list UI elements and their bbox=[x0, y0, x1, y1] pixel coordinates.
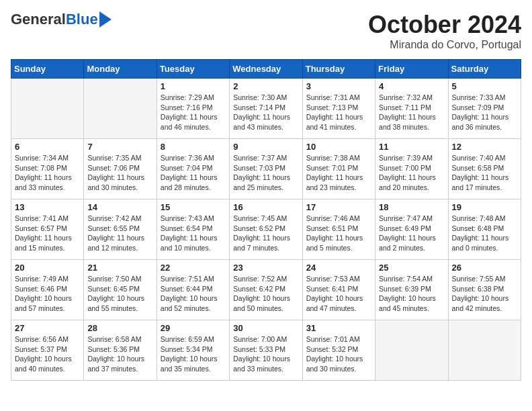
day-number: 13 bbox=[15, 202, 80, 212]
calendar-day-cell: 16Sunrise: 7:45 AM Sunset: 6:52 PM Dayli… bbox=[230, 199, 302, 260]
day-number: 12 bbox=[452, 142, 517, 152]
day-number: 16 bbox=[233, 202, 298, 212]
day-number: 24 bbox=[306, 263, 371, 273]
calendar-day-cell: 21Sunrise: 7:50 AM Sunset: 6:45 PM Dayli… bbox=[84, 260, 157, 320]
calendar-day-cell: 20Sunrise: 7:49 AM Sunset: 6:46 PM Dayli… bbox=[11, 260, 84, 320]
day-number: 10 bbox=[306, 142, 371, 152]
calendar-day-cell bbox=[11, 79, 84, 139]
day-info: Sunrise: 6:58 AM Sunset: 5:36 PM Dayligh… bbox=[87, 334, 152, 374]
day-number: 28 bbox=[87, 323, 152, 333]
day-number: 9 bbox=[233, 142, 298, 152]
calendar-day-cell: 19Sunrise: 7:48 AM Sunset: 6:48 PM Dayli… bbox=[448, 199, 521, 260]
calendar-day-cell: 22Sunrise: 7:51 AM Sunset: 6:44 PM Dayli… bbox=[157, 260, 229, 320]
calendar-table: SundayMondayTuesdayWednesdayThursdayFrid… bbox=[11, 59, 521, 381]
day-info: Sunrise: 7:40 AM Sunset: 6:58 PM Dayligh… bbox=[452, 153, 517, 193]
day-info: Sunrise: 6:59 AM Sunset: 5:34 PM Dayligh… bbox=[161, 334, 226, 374]
calendar-week-row: 27Sunrise: 6:56 AM Sunset: 5:37 PM Dayli… bbox=[11, 320, 521, 381]
calendar-day-cell bbox=[448, 320, 521, 381]
day-info: Sunrise: 7:43 AM Sunset: 6:54 PM Dayligh… bbox=[161, 214, 226, 253]
day-info: Sunrise: 7:39 AM Sunset: 7:00 PM Dayligh… bbox=[379, 153, 444, 193]
day-info: Sunrise: 7:45 AM Sunset: 6:52 PM Dayligh… bbox=[233, 214, 298, 253]
day-info: Sunrise: 6:56 AM Sunset: 5:37 PM Dayligh… bbox=[15, 334, 80, 374]
day-number: 27 bbox=[15, 323, 80, 333]
calendar-day-header: Tuesday bbox=[157, 60, 229, 79]
calendar-day-cell: 26Sunrise: 7:55 AM Sunset: 6:38 PM Dayli… bbox=[448, 260, 521, 320]
calendar-day-cell: 29Sunrise: 6:59 AM Sunset: 5:34 PM Dayli… bbox=[157, 320, 229, 381]
day-info: Sunrise: 7:52 AM Sunset: 6:42 PM Dayligh… bbox=[233, 274, 298, 314]
day-info: Sunrise: 7:50 AM Sunset: 6:45 PM Dayligh… bbox=[87, 274, 152, 314]
day-info: Sunrise: 7:30 AM Sunset: 7:14 PM Dayligh… bbox=[233, 93, 298, 132]
calendar-day-cell: 12Sunrise: 7:40 AM Sunset: 6:58 PM Dayli… bbox=[448, 139, 521, 199]
day-info: Sunrise: 7:38 AM Sunset: 7:01 PM Dayligh… bbox=[306, 153, 371, 193]
day-number: 14 bbox=[87, 202, 152, 212]
calendar-week-row: 13Sunrise: 7:41 AM Sunset: 6:57 PM Dayli… bbox=[11, 199, 521, 260]
calendar-day-cell bbox=[84, 79, 157, 139]
day-info: Sunrise: 7:36 AM Sunset: 7:04 PM Dayligh… bbox=[161, 153, 226, 193]
day-number: 31 bbox=[306, 323, 371, 333]
calendar-week-row: 20Sunrise: 7:49 AM Sunset: 6:46 PM Dayli… bbox=[11, 260, 521, 320]
calendar-day-cell: 10Sunrise: 7:38 AM Sunset: 7:01 PM Dayli… bbox=[302, 139, 375, 199]
calendar-day-cell: 28Sunrise: 6:58 AM Sunset: 5:36 PM Dayli… bbox=[84, 320, 157, 381]
calendar-week-row: 1Sunrise: 7:29 AM Sunset: 7:16 PM Daylig… bbox=[11, 79, 521, 139]
calendar-day-cell: 8Sunrise: 7:36 AM Sunset: 7:04 PM Daylig… bbox=[157, 139, 229, 199]
calendar-day-header: Wednesday bbox=[230, 60, 302, 79]
day-number: 21 bbox=[87, 263, 152, 273]
calendar-day-cell: 17Sunrise: 7:46 AM Sunset: 6:51 PM Dayli… bbox=[302, 199, 375, 260]
day-number: 6 bbox=[15, 142, 80, 152]
logo: General Blue bbox=[11, 11, 112, 28]
calendar-day-header: Friday bbox=[375, 60, 448, 79]
day-info: Sunrise: 7:29 AM Sunset: 7:16 PM Dayligh… bbox=[161, 93, 226, 132]
calendar-day-cell: 4Sunrise: 7:32 AM Sunset: 7:11 PM Daylig… bbox=[375, 79, 448, 139]
day-info: Sunrise: 7:35 AM Sunset: 7:06 PM Dayligh… bbox=[87, 153, 152, 193]
day-info: Sunrise: 7:34 AM Sunset: 7:08 PM Dayligh… bbox=[15, 153, 80, 193]
day-number: 5 bbox=[452, 81, 517, 91]
calendar-day-cell: 25Sunrise: 7:54 AM Sunset: 6:39 PM Dayli… bbox=[375, 260, 448, 320]
day-info: Sunrise: 7:00 AM Sunset: 5:33 PM Dayligh… bbox=[233, 334, 298, 374]
calendar-day-cell: 7Sunrise: 7:35 AM Sunset: 7:06 PM Daylig… bbox=[84, 139, 157, 199]
day-info: Sunrise: 7:32 AM Sunset: 7:11 PM Dayligh… bbox=[379, 93, 444, 132]
day-number: 23 bbox=[233, 263, 298, 273]
calendar-day-cell: 13Sunrise: 7:41 AM Sunset: 6:57 PM Dayli… bbox=[11, 199, 84, 260]
calendar-day-cell: 31Sunrise: 7:01 AM Sunset: 5:32 PM Dayli… bbox=[302, 320, 375, 381]
day-info: Sunrise: 7:46 AM Sunset: 6:51 PM Dayligh… bbox=[306, 214, 371, 253]
day-number: 30 bbox=[233, 323, 298, 333]
day-number: 11 bbox=[379, 142, 444, 152]
location-text: Miranda do Corvo, Portugal bbox=[368, 39, 521, 51]
calendar-day-cell: 24Sunrise: 7:53 AM Sunset: 6:41 PM Dayli… bbox=[302, 260, 375, 320]
day-number: 22 bbox=[161, 263, 226, 273]
logo-general-text: General bbox=[11, 11, 66, 28]
calendar-day-cell: 14Sunrise: 7:42 AM Sunset: 6:55 PM Dayli… bbox=[84, 199, 157, 260]
day-info: Sunrise: 7:41 AM Sunset: 6:57 PM Dayligh… bbox=[15, 214, 80, 253]
day-info: Sunrise: 7:31 AM Sunset: 7:13 PM Dayligh… bbox=[306, 93, 371, 132]
day-info: Sunrise: 7:48 AM Sunset: 6:48 PM Dayligh… bbox=[452, 214, 517, 253]
calendar-day-cell bbox=[375, 320, 448, 381]
calendar-day-cell: 2Sunrise: 7:30 AM Sunset: 7:14 PM Daylig… bbox=[230, 79, 302, 139]
calendar-day-header: Sunday bbox=[11, 60, 84, 79]
day-number: 7 bbox=[87, 142, 152, 152]
calendar-header-row: SundayMondayTuesdayWednesdayThursdayFrid… bbox=[11, 60, 521, 79]
calendar-day-cell: 30Sunrise: 7:00 AM Sunset: 5:33 PM Dayli… bbox=[230, 320, 302, 381]
calendar-day-cell: 1Sunrise: 7:29 AM Sunset: 7:16 PM Daylig… bbox=[157, 79, 229, 139]
logo-blue-text: Blue bbox=[66, 11, 98, 28]
calendar-day-header: Saturday bbox=[448, 60, 521, 79]
title-section: October 2024 Miranda do Corvo, Portugal bbox=[368, 11, 521, 51]
day-number: 4 bbox=[379, 81, 444, 91]
day-number: 17 bbox=[306, 202, 371, 212]
page-header: General Blue October 2024 Miranda do Cor… bbox=[11, 11, 521, 51]
day-info: Sunrise: 7:54 AM Sunset: 6:39 PM Dayligh… bbox=[379, 274, 444, 314]
calendar-day-cell: 6Sunrise: 7:34 AM Sunset: 7:08 PM Daylig… bbox=[11, 139, 84, 199]
day-number: 1 bbox=[161, 81, 226, 91]
day-info: Sunrise: 7:33 AM Sunset: 7:09 PM Dayligh… bbox=[452, 93, 517, 132]
calendar-day-cell: 11Sunrise: 7:39 AM Sunset: 7:00 PM Dayli… bbox=[375, 139, 448, 199]
calendar-week-row: 6Sunrise: 7:34 AM Sunset: 7:08 PM Daylig… bbox=[11, 139, 521, 199]
day-number: 19 bbox=[452, 202, 517, 212]
day-number: 8 bbox=[161, 142, 226, 152]
month-title: October 2024 bbox=[368, 11, 521, 39]
calendar-day-cell: 9Sunrise: 7:37 AM Sunset: 7:03 PM Daylig… bbox=[230, 139, 302, 199]
day-number: 15 bbox=[161, 202, 226, 212]
calendar-day-header: Thursday bbox=[302, 60, 375, 79]
day-info: Sunrise: 7:37 AM Sunset: 7:03 PM Dayligh… bbox=[233, 153, 298, 193]
day-info: Sunrise: 7:55 AM Sunset: 6:38 PM Dayligh… bbox=[452, 274, 517, 314]
calendar-day-cell: 3Sunrise: 7:31 AM Sunset: 7:13 PM Daylig… bbox=[302, 79, 375, 139]
day-number: 20 bbox=[15, 263, 80, 273]
